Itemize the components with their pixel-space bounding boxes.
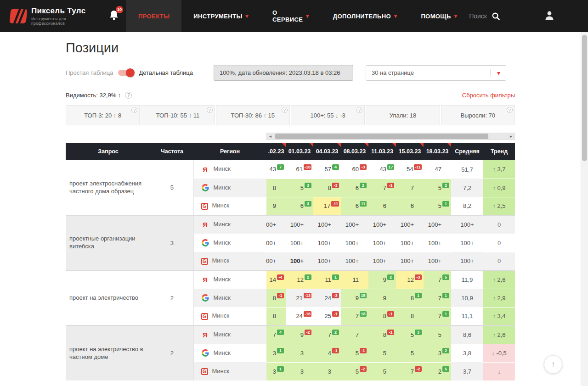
position-change-badge: 5 — [442, 274, 449, 280]
stat-box-top30[interactable]: ТОП-30: 86 ↑ 15? — [216, 105, 290, 125]
position-change-badge: 1 — [442, 311, 449, 317]
stat-label: ТОП-10: 55 ↑ 11 — [156, 112, 200, 119]
region-cell: GМинск — [193, 362, 266, 380]
region-cell: ЯМинск — [193, 270, 266, 289]
column-header-2: Частота — [151, 143, 193, 160]
user-account-button[interactable] — [544, 10, 555, 22]
column-header-8: 11.03.23 — [368, 143, 396, 160]
position-change-badge: -13 — [304, 293, 311, 298]
column-header-3: Регион — [193, 143, 266, 160]
position-cell: 32 — [424, 344, 451, 362]
help-icon[interactable]: ? — [507, 107, 513, 113]
position-cell: 9-2 — [286, 325, 313, 344]
per-page-value: 30 на странице — [372, 69, 414, 76]
position-cell: 100+ — [313, 234, 341, 252]
help-icon[interactable]: ? — [356, 107, 362, 113]
position-cell: 71 — [424, 289, 451, 307]
position-cell: 8-1 — [266, 289, 286, 307]
navbar-menu: ПРОЕКТЫИНСТРУМЕНТЫ▾О СЕРВИСЕ▾ДОПОЛНИТЕЛЬ… — [126, 0, 469, 32]
detailed-table-label[interactable]: Детальная таблица — [139, 69, 192, 76]
position-cell: 100+ — [313, 252, 341, 270]
navbar: Пиксель Тулс Инструменты для профессиона… — [0, 0, 588, 32]
help-icon[interactable]: ? — [131, 107, 137, 113]
menu-item-projects[interactable]: ПРОЕКТЫ — [126, 0, 181, 32]
position-change-badge: 4 — [277, 330, 284, 335]
menu-item-label: О СЕРВИСЕ — [272, 9, 303, 23]
help-icon[interactable]: ? — [207, 107, 213, 113]
scrollbar-track[interactable] — [274, 133, 508, 140]
stat-box-grew[interactable]: Выросли: 70? — [441, 105, 515, 125]
scroll-right-icon[interactable]: ► — [508, 133, 514, 140]
query-cell: проект электроснабжения частного дома об… — [66, 160, 151, 215]
pixel-tools-logo[interactable]: Пиксель Тулс Инструменты для профессиона… — [10, 6, 96, 26]
menu-item-tools[interactable]: ИНСТРУМЕНТЫ▾ — [181, 0, 260, 32]
position-cell: 5 — [368, 362, 396, 380]
google-red-icon: G — [201, 203, 208, 210]
help-icon[interactable]: ? — [282, 107, 288, 113]
region-cell: ЯМинск — [193, 215, 266, 234]
stat-box-top3[interactable]: ТОП-3: 20 ↑ 8? — [66, 105, 140, 125]
per-page-select[interactable]: 30 на странице ▾ — [366, 65, 506, 81]
position-cell: 3 — [286, 344, 313, 362]
position-cell: 7-2 — [396, 362, 424, 380]
position-change-badge: 2 — [332, 330, 339, 335]
page-vertical-scrollbar[interactable] — [581, 32, 588, 386]
position-change-badge: 1 — [277, 348, 284, 353]
help-icon[interactable]: ? — [125, 92, 132, 99]
menu-item-label: ПОМОЩЬ — [421, 13, 451, 20]
yandex-icon: Я — [201, 221, 209, 229]
position-change-badge: -3 — [332, 183, 339, 188]
search-button[interactable]: Поиск — [469, 12, 500, 21]
position-cell: 8-1 — [368, 325, 396, 344]
table-mode-toggle[interactable] — [118, 70, 134, 76]
position-cell: 81 — [396, 289, 424, 307]
trend-cell: ↑ 2,5 — [483, 197, 515, 215]
average-cell: 3,8 — [451, 344, 483, 362]
position-cell: 3 — [313, 362, 341, 380]
scrollbar-thumb[interactable] — [275, 134, 488, 139]
position-cell: 8-3 — [313, 179, 341, 197]
notifications-button[interactable]: 10 — [109, 10, 119, 22]
position-change-badge: 1 — [332, 274, 339, 280]
frequency-cell: 2 — [151, 270, 193, 325]
position-change-badge: -18 — [304, 164, 311, 170]
yandex-icon: Я — [201, 331, 209, 339]
region-cell: Минск — [193, 289, 266, 307]
position-cell: 100+ — [396, 252, 424, 270]
frequency-cell: 3 — [151, 215, 193, 270]
stat-label: Выросли: 70 — [461, 112, 496, 119]
position-cell: 21-13 — [286, 289, 313, 307]
position-cell: 62 — [341, 179, 368, 197]
table-row: проект электроснабжения частного дома об… — [66, 160, 515, 179]
simple-table-label[interactable]: Простая таблица — [66, 69, 113, 76]
stat-box-fell[interactable]: Упали: 18 — [366, 105, 440, 125]
scroll-left-icon[interactable]: ◄ — [267, 133, 274, 140]
region-cell: GМинск — [193, 252, 266, 270]
main-content: Позиции Простая таблица Детальная таблиц… — [0, 32, 581, 386]
table-horizontal-scrollbar[interactable]: ◄ ► — [266, 133, 515, 140]
visibility-value: Видимость: 32,9% ↑ — [66, 92, 121, 99]
search-label: Поиск — [469, 12, 487, 20]
position-change-badge: 1 — [442, 293, 449, 298]
google-red-icon: G — [201, 368, 208, 375]
scroll-top-button[interactable]: ↑ — [544, 355, 562, 374]
stat-box-top10[interactable]: ТОП-10: 55 ↑ 11? — [141, 105, 215, 125]
region-name: Минск — [214, 294, 231, 301]
reset-filters-link[interactable]: Сбросить фильтры — [462, 92, 515, 99]
position-change-badge: -1 — [387, 183, 394, 188]
menu-item-extra[interactable]: ДОПОЛНИТЕЛЬНО▾ — [321, 0, 409, 32]
stat-box-top100plus[interactable]: 100+: 55 ↓ -3? — [291, 105, 365, 125]
trend-cell: ↓ -0,5 — [483, 344, 515, 362]
page-scrollbar-thumb[interactable] — [582, 35, 587, 161]
chevron-down-icon: ▾ — [454, 13, 457, 19]
trend-cell: ↑ 3,4 — [483, 307, 515, 325]
page-title: Позиции — [66, 40, 581, 56]
update-info-box: 100%, дата обновления: 2023.03.18 в 03:2… — [214, 65, 353, 81]
menu-item-about[interactable]: О СЕРВИСЕ▾ — [260, 0, 321, 32]
region-name: Минск — [212, 368, 229, 375]
region-name: Минск — [212, 202, 229, 209]
region-cell: Минск — [193, 234, 266, 252]
menu-item-help[interactable]: ПОМОЩЬ▾ — [409, 0, 469, 32]
trend-cell: ↑ 2,6 — [483, 270, 515, 289]
column-header-1: Запрос — [66, 143, 151, 160]
